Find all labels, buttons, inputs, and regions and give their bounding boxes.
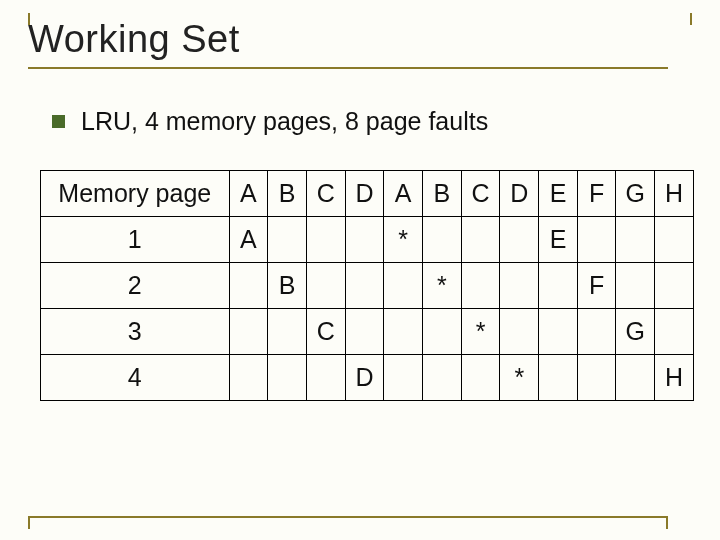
col-header: H <box>655 171 694 217</box>
cell <box>655 309 694 355</box>
table-row: 1 A * E <box>41 217 694 263</box>
cell <box>577 355 616 401</box>
cell <box>616 263 655 309</box>
cell: F <box>577 263 616 309</box>
col-header: C <box>306 171 345 217</box>
row-label: 2 <box>41 263 230 309</box>
col-header: D <box>345 171 384 217</box>
cell <box>500 217 539 263</box>
cell <box>306 355 345 401</box>
cell: * <box>384 217 423 263</box>
cell <box>306 217 345 263</box>
cell: A <box>229 217 268 263</box>
cell <box>539 355 578 401</box>
cell <box>423 217 462 263</box>
col-header: F <box>577 171 616 217</box>
col-header: B <box>423 171 462 217</box>
memory-table: Memory page A B C D A B C D E F G H 1 A <box>40 170 694 401</box>
table-header-row: Memory page A B C D A B C D E F G H <box>41 171 694 217</box>
cell: D <box>345 355 384 401</box>
col-header: A <box>384 171 423 217</box>
row-label: 1 <box>41 217 230 263</box>
cell: C <box>306 309 345 355</box>
cell <box>655 263 694 309</box>
cell <box>268 309 307 355</box>
cell <box>655 217 694 263</box>
cell <box>423 309 462 355</box>
cell <box>268 355 307 401</box>
cell <box>539 263 578 309</box>
cell <box>423 355 462 401</box>
title-underline <box>28 67 668 69</box>
cell <box>384 309 423 355</box>
cell <box>577 217 616 263</box>
cell <box>345 217 384 263</box>
cell <box>268 217 307 263</box>
cell: H <box>655 355 694 401</box>
cell <box>500 263 539 309</box>
cell <box>345 263 384 309</box>
cell <box>384 263 423 309</box>
table-row: 3 C * G <box>41 309 694 355</box>
col-header: B <box>268 171 307 217</box>
cell: * <box>500 355 539 401</box>
cell <box>345 309 384 355</box>
cell <box>461 355 500 401</box>
table-row: 4 D * H <box>41 355 694 401</box>
cell <box>616 217 655 263</box>
bullet-item: LRU, 4 memory pages, 8 page faults <box>36 107 692 136</box>
cell <box>229 263 268 309</box>
cell <box>539 309 578 355</box>
row-label: 4 <box>41 355 230 401</box>
col-header: C <box>461 171 500 217</box>
footer-underline <box>28 516 668 518</box>
cell: E <box>539 217 578 263</box>
cell: B <box>268 263 307 309</box>
col-header: E <box>539 171 578 217</box>
col-header: A <box>229 171 268 217</box>
cell <box>384 355 423 401</box>
cell <box>229 309 268 355</box>
cell: * <box>461 309 500 355</box>
table-row: 2 B * F <box>41 263 694 309</box>
cell <box>616 355 655 401</box>
cell <box>306 263 345 309</box>
cell: * <box>423 263 462 309</box>
square-bullet-icon <box>52 115 65 128</box>
slide-title: Working Set <box>28 18 692 61</box>
row-label: 3 <box>41 309 230 355</box>
header-label: Memory page <box>41 171 230 217</box>
bullet-text: LRU, 4 memory pages, 8 page faults <box>81 107 488 136</box>
cell <box>500 309 539 355</box>
col-header: G <box>616 171 655 217</box>
col-header: D <box>500 171 539 217</box>
cell <box>461 217 500 263</box>
cell <box>461 263 500 309</box>
cell <box>577 309 616 355</box>
cell: G <box>616 309 655 355</box>
cell <box>229 355 268 401</box>
